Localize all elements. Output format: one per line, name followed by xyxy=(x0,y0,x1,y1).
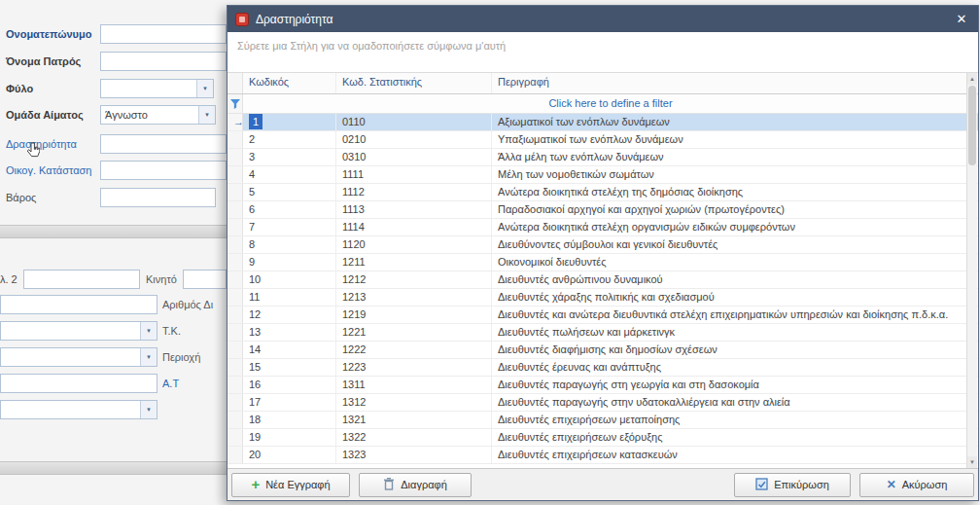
cell-description[interactable]: Διευθυντές επιχειρήσεων κατασκευών xyxy=(492,447,978,463)
cell-code[interactable]: 18 xyxy=(243,412,336,428)
cell-code[interactable]: 12 xyxy=(243,307,336,323)
cell-description[interactable]: Αξιωματικοί των ενόπλων δυνάμεων xyxy=(492,114,978,130)
cell-code[interactable]: 14 xyxy=(243,342,336,358)
filter-row[interactable]: Click here to define a filter xyxy=(228,94,978,114)
table-row[interactable]: 171312Διευθυντές παραγωγής στην υδατοκαλ… xyxy=(228,394,978,412)
weight-input[interactable] xyxy=(100,188,216,207)
cell-code[interactable]: 6 xyxy=(243,201,336,218)
cell-code[interactable]: 1 xyxy=(243,114,336,130)
cell-description[interactable]: Διευθυντές χάραξης πολιτικής και σχεδιασ… xyxy=(492,289,978,306)
phone2-input[interactable] xyxy=(23,270,140,289)
cell-statistics-code[interactable]: 1223 xyxy=(336,359,492,376)
cell-statistics-code[interactable]: 1222 xyxy=(336,342,492,358)
group-by-panel[interactable]: Σύρετε μια Στήλη για να ομαδοποιήσετε σύ… xyxy=(228,32,978,73)
cell-code[interactable]: 9 xyxy=(243,254,336,271)
scroll-down-arrow[interactable]: ▼ xyxy=(967,456,977,468)
new-record-button[interactable]: + Νέα Εγγραφή xyxy=(231,473,350,497)
cell-description[interactable]: Διευθυντές διαφήμισης και δημοσίων σχέσε… xyxy=(492,342,978,358)
cell-code[interactable]: 19 xyxy=(243,429,336,446)
police-station-input[interactable] xyxy=(0,374,158,393)
table-row[interactable]: 81120Διευθύνοντες σύμβουλοι και γενικοί … xyxy=(228,236,978,254)
table-row[interactable]: 191322Διευθυντές επιχειρήσεων εξόρυξης xyxy=(228,429,978,447)
cell-statistics-code[interactable]: 1113 xyxy=(336,201,492,218)
area-dropdown[interactable]: ▼ xyxy=(0,347,158,367)
cell-code[interactable]: 3 xyxy=(243,149,336,165)
table-row[interactable]: 51112Ανώτερα διοικητικά στελέχη της δημό… xyxy=(228,184,978,201)
cell-code[interactable]: 11 xyxy=(243,289,336,306)
cell-description[interactable]: Οικονομικοί διευθυντές xyxy=(492,254,978,271)
scrollbar-thumb[interactable] xyxy=(968,86,976,165)
cell-statistics-code[interactable]: 1213 xyxy=(336,289,492,306)
activity-link[interactable]: Δραστηριότητα xyxy=(6,138,77,150)
cell-code[interactable]: 8 xyxy=(243,236,336,253)
cell-code[interactable]: 13 xyxy=(243,324,336,341)
cell-description[interactable]: Διευθυντές πωλήσεων και μάρκετινγκ xyxy=(492,324,978,341)
table-row[interactable]: 71114Ανώτερα διοικητικά στελέχη οργανισμ… xyxy=(228,219,978,236)
cell-description[interactable]: Διευθυντές ανθρώπινου δυναμικού xyxy=(492,271,978,288)
dialog-titlebar[interactable]: Δραστηριότητα ✕ xyxy=(228,6,978,32)
cell-statistics-code[interactable]: 1221 xyxy=(336,324,492,341)
cell-statistics-code[interactable]: 0310 xyxy=(336,149,492,165)
cell-description[interactable]: Διευθυντές επιχειρήσεων εξόρυξης xyxy=(492,429,978,446)
cell-description[interactable]: Διευθύνοντες σύμβουλοι και γενικοί διευθ… xyxy=(492,236,978,253)
cell-statistics-code[interactable]: 0210 xyxy=(336,131,492,148)
column-header-statistics[interactable]: Κωδ. Στατιστικής xyxy=(336,73,492,93)
cell-code[interactable]: 10 xyxy=(243,271,336,288)
cell-description[interactable]: Διευθυντές επιχειρήσεων μεταποίησης xyxy=(492,412,978,428)
cell-statistics-code[interactable]: 1321 xyxy=(336,412,492,428)
chevron-down-icon[interactable]: ▼ xyxy=(140,348,157,366)
cell-statistics-code[interactable]: 1212 xyxy=(336,271,492,288)
table-row[interactable]: 181321Διευθυντές επιχειρήσεων μεταποίηση… xyxy=(228,412,978,429)
postal-code-dropdown[interactable]: ▼ xyxy=(0,321,158,341)
close-icon[interactable]: ✕ xyxy=(953,12,970,26)
cell-description[interactable]: Διευθυντές και ανώτερα διευθυντικά στελέ… xyxy=(492,307,978,323)
cell-statistics-code[interactable]: 1311 xyxy=(336,377,492,393)
cell-statistics-code[interactable]: 1322 xyxy=(336,429,492,446)
cell-description[interactable]: Μέλη των νομοθετικών σωμάτων xyxy=(492,166,978,183)
filter-hint[interactable]: Click here to define a filter xyxy=(243,94,978,113)
chevron-down-icon[interactable]: ▼ xyxy=(140,401,157,418)
fullname-input[interactable] xyxy=(100,24,227,44)
marital-status-input[interactable] xyxy=(100,161,227,180)
police-station-label[interactable]: Α.Τ xyxy=(162,378,179,389)
id-number-input[interactable] xyxy=(0,295,158,314)
table-row[interactable]: 20210Υπαξιωματικοί των ενόπλων δυνάμεων xyxy=(228,131,978,149)
table-row[interactable]: →10110Αξιωματικοί των ενόπλων δυνάμεων xyxy=(228,114,978,131)
table-row[interactable]: 101212Διευθυντές ανθρώπινου δυναμικού xyxy=(228,271,978,289)
cell-description[interactable]: Διευθυντές παραγωγής στην υδατοκαλλιέργε… xyxy=(492,394,978,411)
father-name-input[interactable] xyxy=(100,52,227,71)
chevron-down-icon[interactable]: ▼ xyxy=(198,106,215,124)
cell-description[interactable]: Παραδοσιακοί αρχηγοί και αρχηγοί χωριών … xyxy=(492,201,978,218)
table-row[interactable]: 161311Διευθυντές παραγωγής στη γεωργία κ… xyxy=(228,377,978,394)
cell-description[interactable]: Διευθυντές έρευνας και ανάπτυξης xyxy=(492,359,978,376)
column-header-description[interactable]: Περιγραφή xyxy=(492,73,978,93)
table-row[interactable]: 151223Διευθυντές έρευνας και ανάπτυξης xyxy=(228,359,978,377)
table-row[interactable]: 91211Οικονομικοί διευθυντές xyxy=(228,254,978,271)
cell-statistics-code[interactable]: 1120 xyxy=(336,236,492,253)
cell-statistics-code[interactable]: 1323 xyxy=(336,447,492,463)
cell-statistics-code[interactable]: 0110 xyxy=(336,114,492,130)
cell-statistics-code[interactable]: 1112 xyxy=(336,184,492,200)
table-row[interactable]: 201323Διευθυντές επιχειρήσεων κατασκευών xyxy=(228,447,978,464)
blood-type-dropdown[interactable]: Άγνωστο ▼ xyxy=(100,105,216,125)
cell-code[interactable]: 17 xyxy=(243,394,336,411)
cell-statistics-code[interactable]: 1211 xyxy=(336,254,492,271)
column-header-code[interactable]: Κωδικός xyxy=(243,73,336,93)
cell-code[interactable]: 7 xyxy=(243,219,336,235)
activity-input[interactable] xyxy=(100,134,227,154)
table-row[interactable]: 41111Μέλη των νομοθετικών σωμάτων xyxy=(228,166,978,184)
cell-code[interactable]: 2 xyxy=(243,131,336,148)
cell-description[interactable]: Υπαξιωματικοί των ενόπλων δυνάμεων xyxy=(492,131,978,148)
cell-code[interactable]: 20 xyxy=(243,447,336,463)
table-row[interactable]: 111213Διευθυντές χάραξης πολιτικής και σ… xyxy=(228,289,978,307)
cell-statistics-code[interactable]: 1114 xyxy=(336,219,492,235)
gender-dropdown[interactable]: ▼ xyxy=(100,79,214,98)
cancel-button[interactable]: ✕ Ακύρωση xyxy=(859,473,974,497)
marital-status-link[interactable]: Οικογ. Κατάσταση xyxy=(6,164,91,176)
cell-code[interactable]: 15 xyxy=(243,359,336,376)
cell-code[interactable]: 4 xyxy=(243,166,336,183)
cell-code[interactable]: 5 xyxy=(243,184,336,200)
chevron-down-icon[interactable]: ▼ xyxy=(140,322,157,340)
cell-description[interactable]: Ανώτερα διοικητικά στελέχη της δημόσιας … xyxy=(492,184,978,200)
filter-icon[interactable] xyxy=(228,94,243,113)
